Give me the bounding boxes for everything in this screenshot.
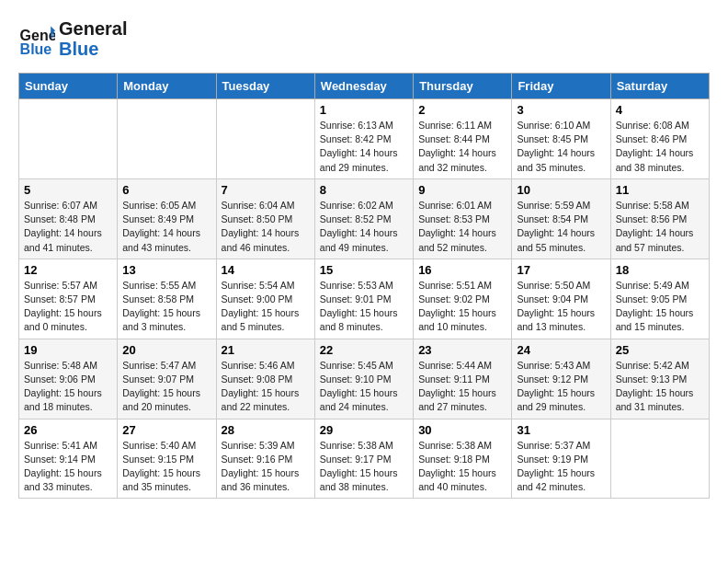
day-number: 25 (616, 343, 704, 357)
calendar-cell: 14Sunrise: 5:54 AMSunset: 9:00 PMDayligh… (216, 259, 314, 339)
day-number: 18 (616, 263, 704, 277)
calendar-cell (19, 99, 118, 179)
day-number: 20 (122, 343, 210, 357)
calendar-cell: 26Sunrise: 5:41 AMSunset: 9:14 PMDayligh… (19, 419, 118, 499)
calendar-cell: 31Sunrise: 5:37 AMSunset: 9:19 PMDayligh… (512, 419, 610, 499)
day-info: Sunrise: 5:43 AMSunset: 9:12 PMDaylight:… (517, 359, 605, 415)
day-number: 4 (616, 103, 704, 117)
calendar-cell: 27Sunrise: 5:40 AMSunset: 9:15 PMDayligh… (118, 419, 216, 499)
day-info: Sunrise: 5:46 AMSunset: 9:08 PMDaylight:… (222, 359, 310, 415)
calendar-week-4: 19Sunrise: 5:48 AMSunset: 9:06 PMDayligh… (19, 339, 710, 419)
day-number: 21 (222, 343, 310, 357)
day-number: 15 (320, 263, 408, 277)
day-number: 12 (24, 263, 112, 277)
calendar-cell: 20Sunrise: 5:47 AMSunset: 9:07 PMDayligh… (118, 339, 216, 419)
calendar-cell: 6Sunrise: 6:05 AMSunset: 8:49 PMDaylight… (118, 178, 216, 259)
day-number: 26 (24, 423, 112, 437)
logo: General Blue General Blue (18, 18, 127, 59)
weekday-header-thursday: Thursday (414, 74, 512, 99)
day-info: Sunrise: 5:38 AMSunset: 9:18 PMDaylight:… (418, 439, 506, 495)
calendar-cell: 17Sunrise: 5:50 AMSunset: 9:04 PMDayligh… (512, 259, 610, 339)
weekday-header-sunday: Sunday (19, 74, 118, 99)
day-number: 23 (418, 343, 506, 357)
day-info: Sunrise: 6:04 AMSunset: 8:50 PMDaylight:… (222, 199, 310, 255)
calendar-cell: 8Sunrise: 6:02 AMSunset: 8:52 PMDaylight… (314, 178, 413, 259)
day-number: 19 (24, 343, 112, 357)
day-info: Sunrise: 5:48 AMSunset: 9:06 PMDaylight:… (24, 359, 112, 415)
calendar-table: SundayMondayTuesdayWednesdayThursdayFrid… (18, 73, 710, 499)
day-number: 24 (517, 343, 605, 357)
calendar-cell: 15Sunrise: 5:53 AMSunset: 9:01 PMDayligh… (314, 259, 413, 339)
logo-text-blue: Blue (59, 39, 127, 59)
day-info: Sunrise: 6:11 AMSunset: 8:44 PMDaylight:… (418, 119, 506, 175)
day-info: Sunrise: 5:55 AMSunset: 8:58 PMDaylight:… (122, 279, 210, 335)
day-number: 14 (222, 263, 310, 277)
day-info: Sunrise: 6:05 AMSunset: 8:49 PMDaylight:… (122, 199, 210, 255)
calendar-cell: 12Sunrise: 5:57 AMSunset: 8:57 PMDayligh… (19, 259, 118, 339)
calendar-cell (118, 99, 216, 179)
calendar-cell (610, 419, 709, 499)
calendar-cell: 7Sunrise: 6:04 AMSunset: 8:50 PMDaylight… (216, 178, 314, 259)
day-number: 6 (122, 183, 210, 197)
calendar-cell: 13Sunrise: 5:55 AMSunset: 8:58 PMDayligh… (118, 259, 216, 339)
svg-text:Blue: Blue (20, 41, 52, 57)
day-number: 11 (616, 183, 704, 197)
calendar-cell: 16Sunrise: 5:51 AMSunset: 9:02 PMDayligh… (414, 259, 512, 339)
weekday-header-tuesday: Tuesday (216, 74, 314, 99)
day-info: Sunrise: 6:01 AMSunset: 8:53 PMDaylight:… (418, 199, 506, 255)
weekday-header-friday: Friday (512, 74, 610, 99)
calendar-week-2: 5Sunrise: 6:07 AMSunset: 8:48 PMDaylight… (19, 178, 710, 259)
calendar-cell: 11Sunrise: 5:58 AMSunset: 8:56 PMDayligh… (610, 178, 709, 259)
day-info: Sunrise: 5:42 AMSunset: 9:13 PMDaylight:… (616, 359, 704, 415)
day-info: Sunrise: 5:37 AMSunset: 9:19 PMDaylight:… (517, 439, 605, 495)
calendar-cell: 10Sunrise: 5:59 AMSunset: 8:54 PMDayligh… (512, 178, 610, 259)
weekday-header-saturday: Saturday (610, 74, 709, 99)
calendar-cell: 5Sunrise: 6:07 AMSunset: 8:48 PMDaylight… (19, 178, 118, 259)
day-number: 7 (222, 183, 310, 197)
weekday-header-row: SundayMondayTuesdayWednesdayThursdayFrid… (19, 74, 710, 99)
day-info: Sunrise: 5:38 AMSunset: 9:17 PMDaylight:… (320, 439, 408, 495)
calendar-cell: 30Sunrise: 5:38 AMSunset: 9:18 PMDayligh… (414, 419, 512, 499)
day-info: Sunrise: 5:51 AMSunset: 9:02 PMDaylight:… (418, 279, 506, 335)
day-info: Sunrise: 5:41 AMSunset: 9:14 PMDaylight:… (24, 439, 112, 495)
day-number: 3 (517, 103, 605, 117)
weekday-header-monday: Monday (118, 74, 216, 99)
calendar-cell: 9Sunrise: 6:01 AMSunset: 8:53 PMDaylight… (414, 178, 512, 259)
day-number: 30 (418, 423, 506, 437)
logo-icon: General Blue (18, 20, 55, 57)
day-info: Sunrise: 5:40 AMSunset: 9:15 PMDaylight:… (122, 439, 210, 495)
day-number: 16 (418, 263, 506, 277)
day-info: Sunrise: 6:13 AMSunset: 8:42 PMDaylight:… (320, 119, 408, 175)
calendar-cell: 3Sunrise: 6:10 AMSunset: 8:45 PMDaylight… (512, 99, 610, 179)
day-info: Sunrise: 5:49 AMSunset: 9:05 PMDaylight:… (616, 279, 704, 335)
day-number: 2 (418, 103, 506, 117)
day-info: Sunrise: 5:50 AMSunset: 9:04 PMDaylight:… (517, 279, 605, 335)
day-number: 13 (122, 263, 210, 277)
calendar-cell: 24Sunrise: 5:43 AMSunset: 9:12 PMDayligh… (512, 339, 610, 419)
day-info: Sunrise: 6:08 AMSunset: 8:46 PMDaylight:… (616, 119, 704, 175)
weekday-header-wednesday: Wednesday (314, 74, 413, 99)
calendar-week-5: 26Sunrise: 5:41 AMSunset: 9:14 PMDayligh… (19, 419, 710, 499)
calendar-cell: 18Sunrise: 5:49 AMSunset: 9:05 PMDayligh… (610, 259, 709, 339)
day-number: 22 (320, 343, 408, 357)
calendar-cell: 28Sunrise: 5:39 AMSunset: 9:16 PMDayligh… (216, 419, 314, 499)
day-info: Sunrise: 6:10 AMSunset: 8:45 PMDaylight:… (517, 119, 605, 175)
calendar-cell: 1Sunrise: 6:13 AMSunset: 8:42 PMDaylight… (314, 99, 413, 179)
day-number: 9 (418, 183, 506, 197)
day-info: Sunrise: 5:47 AMSunset: 9:07 PMDaylight:… (122, 359, 210, 415)
calendar-cell: 25Sunrise: 5:42 AMSunset: 9:13 PMDayligh… (610, 339, 709, 419)
day-number: 8 (320, 183, 408, 197)
day-number: 10 (517, 183, 605, 197)
calendar-week-3: 12Sunrise: 5:57 AMSunset: 8:57 PMDayligh… (19, 259, 710, 339)
day-info: Sunrise: 5:57 AMSunset: 8:57 PMDaylight:… (24, 279, 112, 335)
logo-text-general: General (59, 18, 127, 39)
day-number: 27 (122, 423, 210, 437)
calendar-cell: 23Sunrise: 5:44 AMSunset: 9:11 PMDayligh… (414, 339, 512, 419)
day-number: 28 (222, 423, 310, 437)
calendar-cell: 4Sunrise: 6:08 AMSunset: 8:46 PMDaylight… (610, 99, 709, 179)
calendar-cell: 22Sunrise: 5:45 AMSunset: 9:10 PMDayligh… (314, 339, 413, 419)
day-info: Sunrise: 5:53 AMSunset: 9:01 PMDaylight:… (320, 279, 408, 335)
calendar-cell: 19Sunrise: 5:48 AMSunset: 9:06 PMDayligh… (19, 339, 118, 419)
calendar-cell: 29Sunrise: 5:38 AMSunset: 9:17 PMDayligh… (314, 419, 413, 499)
day-number: 17 (517, 263, 605, 277)
